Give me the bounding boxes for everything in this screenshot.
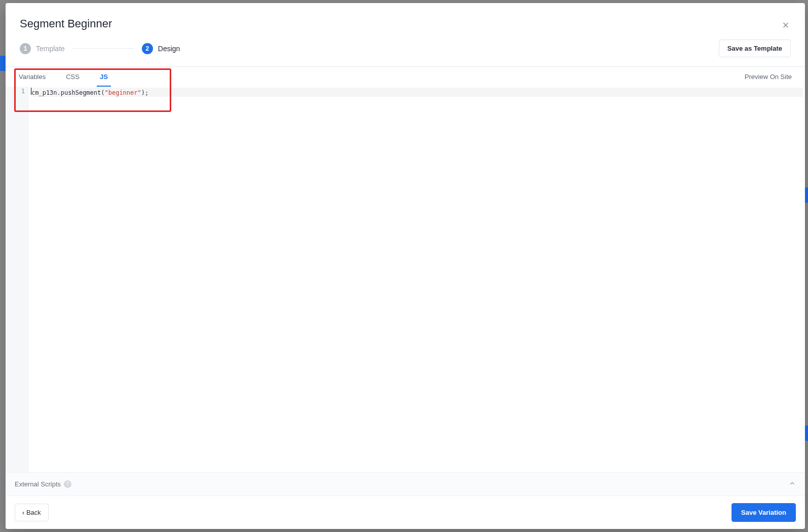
modal-footer: ‹ Back Save Variation [6,496,805,529]
editor-gutter: 1 [6,87,29,472]
step-number-badge: 2 [142,43,153,54]
save-variation-button[interactable]: Save Variation [732,503,796,522]
segment-editor-modal: Segment Beginner × 1 Template 2 Design S… [6,3,805,529]
close-button[interactable]: × [779,18,793,32]
step-design[interactable]: 2 Design [142,43,180,54]
back-button[interactable]: ‹ Back [15,504,49,521]
code-editor[interactable]: 1 cm_p13n.pushSegment("beginner"); [6,87,805,472]
editor-content[interactable]: cm_p13n.pushSegment("beginner"); [29,87,805,472]
tab-css[interactable]: CSS [63,67,83,87]
code-token: cm_p13n.pushSegment( [31,89,105,96]
step-number-badge: 1 [20,43,31,54]
code-token: ); [141,89,148,96]
step-label: Design [158,45,180,53]
tab-js[interactable]: JS [97,67,111,87]
step-template[interactable]: 1 Template [20,43,65,54]
chevron-up-icon [789,480,796,488]
preview-on-site-link[interactable]: Preview On Site [742,67,795,87]
editor-tabs-row: Variables CSS JS Preview On Site [6,67,805,87]
background-app-chip [805,187,808,203]
close-icon: × [783,19,789,31]
step-divider [73,48,134,49]
background-app-chip [0,56,6,71]
external-scripts-label: External Scripts [15,480,61,488]
tab-variables[interactable]: Variables [16,67,49,87]
code-token-string: "beginner" [105,89,141,96]
wizard-stepper: 1 Template 2 Design Save as Template [6,30,805,67]
external-scripts-panel[interactable]: External Scripts ? [6,472,805,496]
editor-tabs: Variables CSS JS [16,67,111,87]
modal-title: Segment Beginner [20,17,791,30]
modal-header: Segment Beginner × [6,3,805,30]
code-line[interactable]: cm_p13n.pushSegment("beginner"); [31,88,803,97]
help-icon[interactable]: ? [64,480,71,488]
steps: 1 Template 2 Design [20,43,719,54]
background-app-chip [805,426,808,441]
line-number: 1 [6,88,25,95]
step-label: Template [36,45,65,53]
save-as-template-button[interactable]: Save as Template [719,40,791,57]
